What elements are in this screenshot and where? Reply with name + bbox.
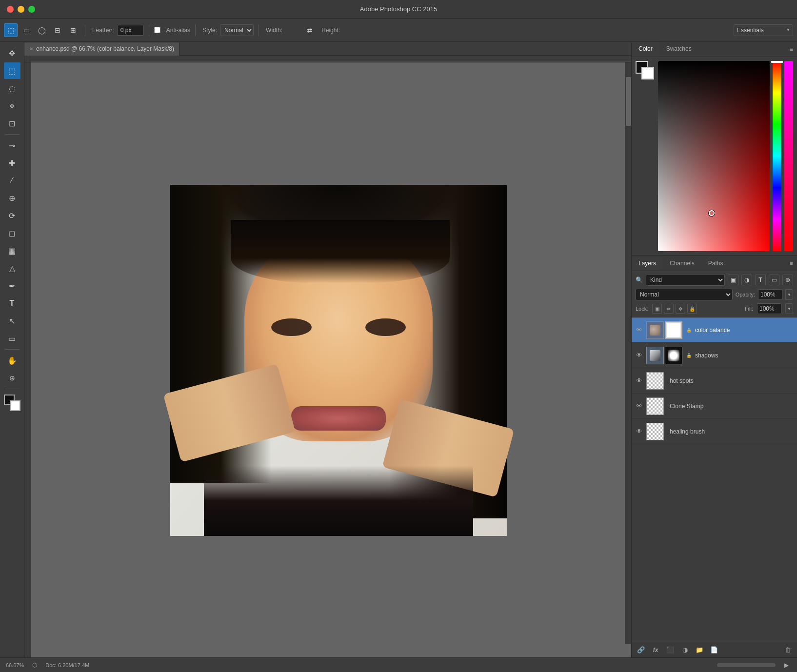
layer-item-clone-stamp[interactable]: 👁 Clone Stamp	[632, 394, 797, 419]
close-button[interactable]	[7, 6, 14, 13]
layer-eye-hot-spots[interactable]: 👁	[635, 376, 643, 385]
play-button[interactable]: ▶	[781, 660, 791, 670]
history-brush-button[interactable]: ⟳	[4, 207, 20, 224]
fill-arrow-btn[interactable]: ▼	[785, 303, 793, 314]
layer-eye-shadows[interactable]: 👁	[635, 351, 643, 360]
crop-tool-button[interactable]: ⊡	[4, 115, 20, 132]
layer-item-healing-brush[interactable]: 👁 healing brush	[632, 419, 797, 444]
layers-new-btn[interactable]: 📄	[709, 645, 719, 655]
layers-mask-btn[interactable]: ⬛	[665, 645, 676, 655]
text-tool-button[interactable]: T	[4, 295, 20, 312]
canvas-scrollbar-thumb-v[interactable]	[626, 77, 631, 126]
color-panel: Color Swatches ≡	[632, 42, 797, 256]
canvas-image-container[interactable]	[170, 185, 507, 536]
tab-close-icon[interactable]: ✕	[29, 46, 33, 52]
style-select[interactable]: Normal	[220, 24, 254, 36]
swap-wh-button[interactable]: ⇄	[303, 23, 317, 37]
dodge-tool-button[interactable]: △	[4, 260, 20, 277]
layer-lock-shadows: 🔒	[685, 352, 692, 359]
layer-item-shadows[interactable]: 👁 🔒 shadows	[632, 343, 797, 368]
layers-delete-btn[interactable]: 🗑	[782, 645, 793, 655]
path-select-button[interactable]: ↖	[4, 313, 20, 329]
minimize-button[interactable]	[18, 6, 24, 13]
toolbar-divider-4	[259, 24, 259, 36]
fill-input[interactable]	[757, 303, 781, 314]
elliptical-marquee-button[interactable]: ◯	[35, 23, 49, 37]
share-button[interactable]: ⬡	[30, 660, 40, 670]
layer-filter-select[interactable]: Kind	[646, 274, 725, 286]
marquee-select-button[interactable]: ⬚	[4, 62, 20, 79]
eyedropper-button[interactable]: ⊸	[4, 137, 20, 154]
clone-stamp-button[interactable]: ⊕	[4, 190, 20, 206]
maximize-button[interactable]	[28, 6, 35, 13]
workspace-select[interactable]: Essentials 3D Graphic and Web Motion Pai…	[734, 24, 793, 36]
layer-item-hot-spots[interactable]: 👁 hot spots	[632, 368, 797, 394]
layer-eye-color-balance[interactable]: 👁	[635, 326, 643, 335]
layers-group-btn[interactable]: 📁	[694, 645, 705, 655]
layer-filter-adj-btn[interactable]: ◑	[741, 275, 752, 285]
lock-all-btn[interactable]: 🔒	[687, 304, 697, 314]
workspace-selector-wrap: Essentials 3D Graphic and Web Motion Pai…	[734, 24, 793, 36]
pen-tool-button[interactable]: ✒	[4, 277, 20, 294]
brush-tool-button[interactable]: ∕	[4, 172, 20, 189]
tab-channels[interactable]: Channels	[663, 257, 701, 270]
toolbar-divider-3	[195, 24, 196, 36]
lock-pixels-btn[interactable]: ▣	[652, 304, 662, 314]
hand-tool-button[interactable]: ✋	[4, 352, 20, 369]
layers-link-btn[interactable]: 🔗	[636, 645, 646, 655]
layers-adjustment-btn[interactable]: ◑	[679, 645, 690, 655]
layer-filter-pixel-btn[interactable]: ▣	[728, 275, 738, 285]
window-controls[interactable]	[7, 6, 35, 13]
main-toolbar: ⬚ ▭ ◯ ⊟ ⊞ Feather: Anti-alias Style: Nor…	[0, 19, 797, 42]
layer-filter-shape-btn[interactable]: ▭	[769, 275, 779, 285]
color-boxes[interactable]	[4, 395, 20, 411]
layer-filter-smart-btn[interactable]: ⊛	[782, 275, 793, 285]
color-panel-menu-icon[interactable]: ≡	[790, 46, 793, 53]
spot-healing-button[interactable]: ✚	[4, 155, 20, 171]
layers-panel-menu-icon[interactable]: ≡	[790, 260, 793, 266]
lock-image-btn[interactable]: ✏	[664, 304, 674, 314]
lock-label: Lock:	[636, 306, 648, 312]
right-panel: Color Swatches ≡	[631, 42, 797, 657]
layer-eye-clone-stamp[interactable]: 👁	[635, 402, 643, 411]
marquee-tool-button[interactable]: ⬚	[4, 23, 18, 37]
color-gradient-box[interactable]	[658, 61, 770, 251]
opacity-input[interactable]	[758, 289, 782, 300]
doc-size: Doc: 6.20M/17.4M	[45, 662, 89, 668]
blend-mode-select[interactable]: Normal Multiply Screen Overlay Soft Ligh…	[636, 289, 733, 300]
zoom-tool-button[interactable]: ⊕	[4, 370, 20, 386]
layers-panel: Layers Channels Paths ≡ 🔍 Kind ▣ ◑ T	[632, 256, 797, 657]
tab-paths[interactable]: Paths	[701, 257, 730, 270]
tab-swatches[interactable]: Swatches	[659, 42, 698, 57]
layer-filter-text-btn[interactable]: T	[755, 275, 766, 285]
tab-color[interactable]: Color	[632, 42, 659, 57]
hue-slider[interactable]	[773, 61, 781, 251]
move-tool-button[interactable]: ✥	[4, 45, 20, 61]
lasso-tool-button[interactable]: ◌	[4, 80, 20, 97]
background-swatch[interactable]	[641, 67, 654, 79]
zoom-level: 66.67%	[6, 662, 24, 668]
eraser-button[interactable]: ◻	[4, 225, 20, 241]
canvas-tab[interactable]: ✕ enhance.psd @ 66.7% (color balance, La…	[24, 42, 179, 56]
canvas-tab-bar: ✕ enhance.psd @ 66.7% (color balance, La…	[24, 42, 631, 56]
width-label: Width:	[266, 27, 282, 34]
saturation-slider[interactable]	[784, 61, 793, 251]
layer-eye-healing-brush[interactable]: 👁	[635, 427, 643, 436]
lock-position-btn[interactable]: ✥	[676, 304, 685, 314]
layer-item-color-balance[interactable]: 👁 🔒 color balance	[632, 317, 797, 343]
layers-fx-btn[interactable]: fx	[650, 645, 661, 655]
shape-tool-button[interactable]: ▭	[4, 330, 20, 347]
gradient-button[interactable]: ▦	[4, 242, 20, 259]
single-row-marquee-button[interactable]: ⊟	[51, 23, 64, 37]
rect-marquee-button[interactable]: ▭	[20, 23, 33, 37]
fill-label: Fill:	[745, 306, 753, 312]
tab-layers[interactable]: Layers	[632, 257, 663, 270]
single-column-marquee-button[interactable]: ⊞	[66, 23, 80, 37]
quick-select-button[interactable]: ⊛	[4, 98, 20, 114]
feather-input[interactable]	[117, 25, 144, 36]
canvas-scrollbar-v[interactable]	[625, 62, 631, 644]
anti-alias-checkbox[interactable]	[154, 27, 160, 33]
opacity-arrow-btn[interactable]: ▼	[785, 289, 793, 300]
background-color[interactable]	[10, 400, 20, 411]
color-swatches-box[interactable]	[636, 61, 654, 79]
